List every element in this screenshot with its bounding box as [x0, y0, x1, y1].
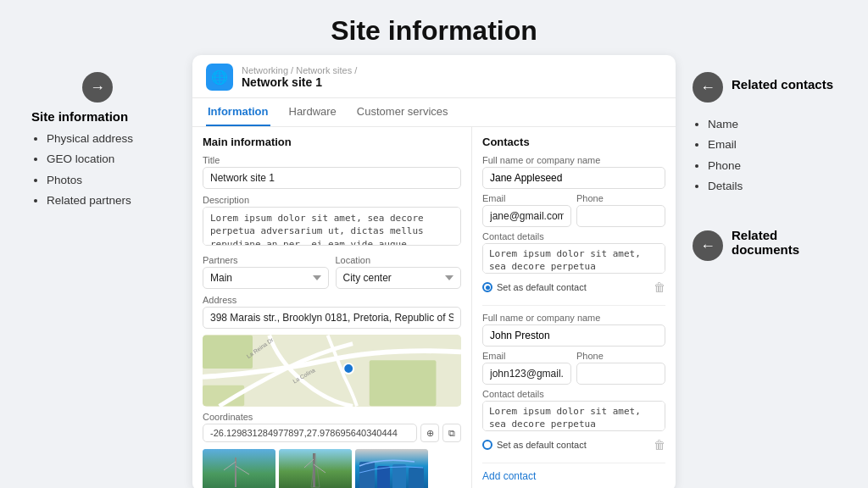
- contact2-email-input[interactable]: [482, 363, 571, 385]
- card-body: Main information Title Description Lorem…: [192, 127, 676, 488]
- title-input[interactable]: [203, 167, 461, 189]
- description-label: Description: [203, 195, 461, 205]
- contact2-email-label: Email: [482, 351, 571, 361]
- address-label: Address: [203, 295, 461, 305]
- partners-label: Partners: [203, 255, 329, 265]
- list-item: Name: [708, 114, 837, 135]
- contact2-phone-label: Phone: [576, 351, 665, 361]
- contact-block-2: Full name or company name Email Phone: [482, 313, 665, 463]
- site-icon: 🌐: [206, 64, 233, 91]
- contact2-delete-btn[interactable]: 🗑: [654, 438, 665, 452]
- left-arrow-button[interactable]: →: [82, 72, 113, 103]
- coordinates-locate-btn[interactable]: ⊕: [420, 424, 439, 442]
- list-item: Photos: [47, 170, 175, 191]
- contact-block-1: Full name or company name Email Phone: [482, 155, 665, 306]
- contact1-phone-label: Phone: [576, 193, 665, 203]
- title-label: Title: [203, 155, 461, 165]
- add-contact-link[interactable]: Add contact: [482, 470, 665, 482]
- description-textarea[interactable]: Lorem ipsum dolor sit amet, sea decore p…: [203, 207, 461, 246]
- tab-bar: Information Hardware Customer services: [192, 98, 676, 127]
- photos-row: [203, 449, 461, 488]
- photo-thumb-1[interactable]: [203, 449, 275, 488]
- list-item: GEO location: [47, 149, 175, 169]
- main-section-title: Main information: [203, 136, 461, 148]
- coordinates-row: ⊕ ⧉: [203, 424, 461, 442]
- contact1-delete-btn[interactable]: 🗑: [654, 280, 665, 294]
- related-contacts-section: ← Related contacts Name Email Phone Deta…: [693, 64, 837, 197]
- svg-rect-2: [370, 360, 437, 406]
- contact2-default-row: Set as default contact 🗑: [482, 438, 665, 452]
- main-card: 🌐 Networking / Network sites / Network s…: [192, 55, 676, 488]
- contact2-details-label: Contact details: [482, 389, 665, 399]
- list-item: Physical address: [47, 129, 175, 149]
- partners-select[interactable]: Main: [203, 267, 329, 289]
- coordinates-input[interactable]: [203, 424, 417, 442]
- map-svg: La Reina Dr La Colina: [203, 335, 461, 407]
- contact1-radio[interactable]: [482, 282, 492, 292]
- svg-rect-20: [409, 468, 424, 488]
- left-panel: Main information Title Description Lorem…: [192, 127, 472, 488]
- contact1-default-label[interactable]: Set as default contact: [482, 282, 587, 292]
- svg-rect-19: [392, 464, 406, 488]
- breadcrumb: Networking / Network sites /: [242, 65, 662, 75]
- list-item: Email: [708, 135, 837, 155]
- contact1-name-input[interactable]: [482, 167, 665, 189]
- page-title: Site information: [0, 0, 868, 55]
- photo-thumb-2[interactable]: [279, 449, 352, 488]
- contact2-name-label: Full name or company name: [482, 313, 665, 323]
- right-arrow-contacts-btn[interactable]: ←: [693, 72, 723, 103]
- card-header: 🌐 Networking / Network sites / Network s…: [192, 55, 676, 98]
- contact2-radio[interactable]: [482, 440, 492, 450]
- left-sidebar-title: Site information: [31, 109, 175, 124]
- right-panel: Contacts Full name or company name Email…: [472, 127, 676, 488]
- contact1-name-label: Full name or company name: [482, 155, 665, 165]
- contact2-default-label[interactable]: Set as default contact: [482, 440, 587, 450]
- map-container[interactable]: La Reina Dr La Colina: [203, 335, 461, 407]
- right-sidebar: ← Related contacts Name Email Phone Deta…: [676, 55, 845, 283]
- related-documents-title: Related documents: [732, 228, 799, 257]
- right-arrow-documents-btn[interactable]: ←: [693, 230, 723, 261]
- svg-rect-1: [203, 336, 253, 369]
- contact1-default-row: Set as default contact 🗑: [482, 280, 665, 294]
- left-sidebar-list: Physical address GEO location Photos Rel…: [31, 129, 175, 211]
- list-item: Related partners: [47, 191, 175, 211]
- svg-point-6: [343, 363, 353, 374]
- tab-information[interactable]: Information: [206, 98, 270, 126]
- location-label: Location: [336, 255, 462, 265]
- related-contacts-title: Related contacts: [732, 77, 833, 92]
- contact1-details-textarea[interactable]: Lorem ipsum dolor sit amet, sea decore p…: [482, 243, 665, 274]
- tab-customer-services[interactable]: Customer services: [355, 98, 450, 126]
- related-contacts-list: Name Email Phone Details: [693, 114, 837, 197]
- list-item: Phone: [708, 156, 837, 176]
- contact2-phone-input[interactable]: [576, 363, 665, 385]
- contact1-details-label: Contact details: [482, 231, 665, 241]
- list-item: Details: [708, 176, 837, 197]
- contact1-email-label: Email: [482, 193, 571, 203]
- contact2-name-input[interactable]: [482, 324, 665, 347]
- card-header-text: Networking / Network sites / Network sit…: [242, 65, 662, 89]
- contact1-email-input[interactable]: [482, 205, 571, 227]
- tab-hardware[interactable]: Hardware: [287, 98, 338, 126]
- contact2-details-textarea[interactable]: Lorem ipsum dolor sit amet, sea decore p…: [482, 401, 665, 431]
- card-title: Network site 1: [242, 75, 662, 89]
- photo-thumb-3[interactable]: [355, 449, 428, 488]
- coordinates-copy-btn[interactable]: ⧉: [442, 424, 461, 442]
- contact1-phone-input[interactable]: [576, 205, 665, 227]
- left-sidebar: → Site information Physical address GEO …: [23, 55, 192, 211]
- coordinates-label: Coordinates: [203, 412, 461, 422]
- related-documents-section: ← Related documents: [693, 222, 837, 268]
- svg-rect-18: [377, 466, 390, 488]
- address-input[interactable]: [203, 307, 461, 329]
- location-select[interactable]: City center: [336, 267, 462, 289]
- contacts-section-title: Contacts: [482, 136, 665, 148]
